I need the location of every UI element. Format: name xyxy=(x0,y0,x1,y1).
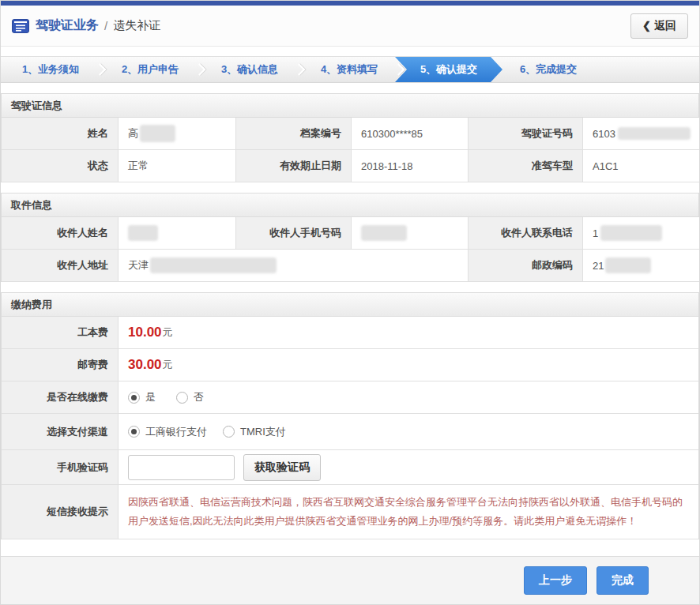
fee-amount: 10.00 xyxy=(128,325,162,340)
expiry-label: 有效期止日期 xyxy=(236,150,352,182)
sms-code-label: 手机验证码 xyxy=(2,450,119,485)
zip-code-label: 邮政编码 xyxy=(469,250,583,282)
step-1-business-notice[interactable]: 1、业务须知 xyxy=(1,57,100,82)
recipient-phone-label: 收件人联系电话 xyxy=(469,217,583,250)
online-payment-options: 是 否 xyxy=(119,381,698,414)
recipient-mobile-label: 收件人手机号码 xyxy=(236,217,352,250)
name-label: 姓名 xyxy=(2,118,119,150)
fee-currency: 元 xyxy=(163,325,173,340)
payment-channel-label: 选择支付渠道 xyxy=(2,414,119,450)
page-header: 驾驶证业务 / 遗失补证 ❮ 返回 xyxy=(1,6,699,47)
back-button-label: 返回 xyxy=(654,19,676,33)
step-6-complete-submit[interactable]: 6、完成提交 xyxy=(499,57,598,82)
recipient-mobile-value xyxy=(352,217,469,250)
sms-code-field: 获取验证码 xyxy=(119,450,698,485)
table-row: 姓名 高 档案编号 610300****85 驾驶证号码 6103 xyxy=(2,118,698,150)
step-label: 1、业务须知 xyxy=(22,62,79,77)
recipient-address-value: 天津 xyxy=(119,250,469,282)
recipient-name-value xyxy=(119,217,236,250)
back-chevron-icon: ❮ xyxy=(642,20,651,32)
expiry-value: 2018-11-18 xyxy=(352,150,469,182)
status-value: 正常 xyxy=(119,150,236,182)
radio-label: 否 xyxy=(194,390,204,404)
page-title: 驾驶证业务 xyxy=(36,17,99,34)
section-title: 驾驶证信息 xyxy=(2,94,698,118)
radio-unchecked-icon[interactable] xyxy=(176,392,188,404)
radio-online-no[interactable]: 否 xyxy=(176,390,204,404)
radio-label: TMRI支付 xyxy=(240,425,286,439)
step-progress-bar: 1、业务须知 2、用户申告 3、确认信息 4、资料填写 5、确认提交 6、完成提… xyxy=(1,56,699,83)
redacted-value xyxy=(361,225,407,241)
table-row: 手机验证码 获取验证码 xyxy=(2,450,698,485)
section-title: 取件信息 xyxy=(2,194,698,217)
sms-notice-label: 短信接收提示 xyxy=(2,485,119,539)
radio-checked-icon[interactable] xyxy=(128,426,140,438)
vehicle-type-label: 准驾车型 xyxy=(469,150,583,182)
postage-fee-value: 30.00 元 xyxy=(119,349,698,381)
back-button[interactable]: ❮ 返回 xyxy=(630,13,688,39)
online-payment-label: 是否在线缴费 xyxy=(2,381,119,414)
redacted-value xyxy=(618,127,691,140)
breadcrumb-current: 遗失补证 xyxy=(113,18,160,33)
breadcrumb-divider: / xyxy=(104,19,107,32)
radio-channel-icbc[interactable]: 工商银行支付 xyxy=(128,425,207,439)
redacted-value xyxy=(605,257,651,273)
radio-label: 是 xyxy=(145,390,156,404)
sms-notice-content: 因陕西省联通、电信运营商技术问题，陕西省互联网交通安全综合服务管理平台无法向持陕… xyxy=(119,485,698,539)
file-number-label: 档案编号 xyxy=(236,118,352,150)
step-label: 4、资料填写 xyxy=(321,62,378,77)
step-label: 3、确认信息 xyxy=(221,62,278,77)
table-row: 工本费 10.00 元 xyxy=(2,317,698,349)
footer-action-bar: 上一步 完成 xyxy=(1,556,699,604)
license-number-value: 6103 xyxy=(583,118,700,150)
previous-step-button[interactable]: 上一步 xyxy=(524,566,587,595)
zip-code-value: 21 xyxy=(583,250,700,282)
sms-code-input[interactable] xyxy=(128,455,235,480)
section-license-info: 驾驶证信息 姓名 高 档案编号 610300****85 驾驶证号码 6103 … xyxy=(1,93,699,182)
section-fees: 缴纳费用 工本费 10.00 元 邮寄费 30.00 元 是否在线缴费 是 否 xyxy=(1,292,699,539)
get-sms-code-button[interactable]: 获取验证码 xyxy=(243,454,321,481)
stepbar-filler xyxy=(598,57,699,82)
step-label: 5、确认提交 xyxy=(420,62,477,77)
step-4-fill-data[interactable]: 4、资料填写 xyxy=(299,57,399,82)
section-pickup-info: 取件信息 收件人姓名 收件人手机号码 收件人联系电话 1 收件人地址 天津 邮政… xyxy=(1,193,699,282)
radio-online-yes[interactable]: 是 xyxy=(128,390,156,404)
license-number-label: 驾驶证号码 xyxy=(469,118,583,150)
radio-channel-tmri[interactable]: TMRI支付 xyxy=(223,425,286,439)
recipient-name-label: 收件人姓名 xyxy=(2,217,119,250)
radio-checked-icon[interactable] xyxy=(128,392,140,404)
production-fee-label: 工本费 xyxy=(2,317,119,349)
fee-currency: 元 xyxy=(163,358,173,372)
table-row: 状态 正常 有效期止日期 2018-11-18 准驾车型 A1C1 xyxy=(2,150,698,182)
table-row: 短信接收提示 因陕西省联通、电信运营商技术问题，陕西省互联网交通安全综合服务管理… xyxy=(2,485,698,539)
radio-unchecked-icon[interactable] xyxy=(223,426,235,438)
table-row: 选择支付渠道 工商银行支付 TMRI支付 xyxy=(2,414,698,450)
name-value: 高 xyxy=(119,118,236,150)
postage-fee-label: 邮寄费 xyxy=(2,349,119,381)
redacted-value xyxy=(150,257,277,273)
step-label: 2、用户申告 xyxy=(122,62,179,77)
sms-notice-text: 因陕西省联通、电信运营商技术问题，陕西省互联网交通安全综合服务管理平台无法向持陕… xyxy=(128,493,689,531)
finish-button[interactable]: 完成 xyxy=(597,566,649,595)
step-2-user-declaration[interactable]: 2、用户申告 xyxy=(100,57,200,82)
production-fee-value: 10.00 元 xyxy=(119,317,698,349)
recipient-phone-value: 1 xyxy=(583,217,700,250)
step-label: 6、完成提交 xyxy=(520,62,577,77)
radio-label: 工商银行支付 xyxy=(145,425,207,439)
redacted-value xyxy=(600,225,662,241)
table-row: 是否在线缴费 是 否 xyxy=(2,381,698,414)
table-row: 收件人地址 天津 邮政编码 21 xyxy=(2,250,698,282)
recipient-address-label: 收件人地址 xyxy=(2,250,119,282)
redacted-value xyxy=(128,225,158,241)
table-row: 收件人姓名 收件人手机号码 收件人联系电话 1 xyxy=(2,217,698,250)
payment-channel-options: 工商银行支付 TMRI支付 xyxy=(119,414,698,450)
table-row: 邮寄费 30.00 元 xyxy=(2,349,698,381)
form-list-icon xyxy=(12,19,29,33)
vehicle-type-value: A1C1 xyxy=(583,150,700,182)
fee-amount: 30.00 xyxy=(128,357,162,373)
step-3-confirm-info[interactable]: 3、确认信息 xyxy=(200,57,299,82)
step-5-confirm-submit-active[interactable]: 5、确认提交 xyxy=(395,57,502,82)
section-title: 缴纳费用 xyxy=(2,293,698,317)
file-number-value: 610300****85 xyxy=(352,118,469,150)
status-label: 状态 xyxy=(2,150,119,182)
